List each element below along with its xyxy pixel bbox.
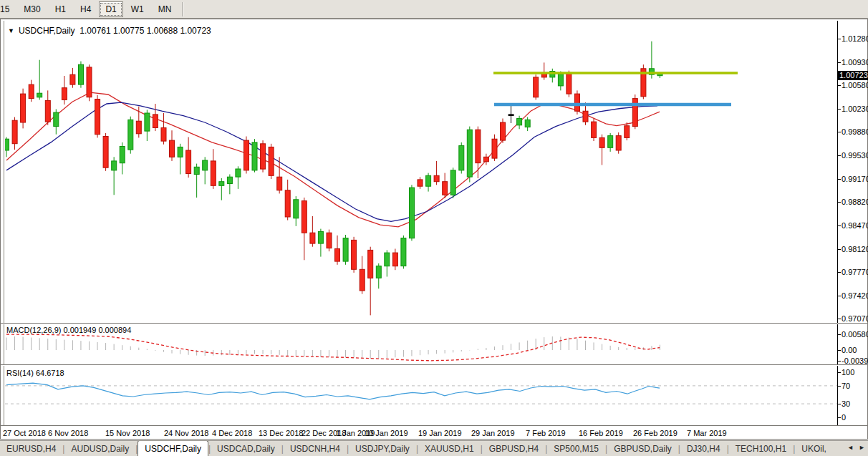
candle-body[interactable] [136, 121, 141, 134]
candle-body[interactable] [625, 126, 630, 138]
candle-body[interactable] [170, 140, 175, 157]
candle-body[interactable] [294, 200, 299, 218]
candle-body[interactable] [21, 94, 26, 122]
candle-body[interactable] [418, 180, 423, 186]
candle-body[interactable] [376, 266, 381, 278]
candle-body[interactable] [161, 128, 166, 142]
timeframe-button-15[interactable]: 15 [0, 1, 16, 17]
candle-body[interactable] [599, 137, 604, 147]
candle-body[interactable] [575, 94, 580, 111]
candle-body[interactable] [525, 120, 530, 127]
candle-body[interactable] [153, 115, 158, 128]
tab-gbpusd-h4[interactable]: GBPUSD,H4 [483, 442, 545, 456]
candle-body[interactable] [261, 144, 266, 169]
candle-body[interactable] [95, 100, 100, 135]
tab-gbpusd-daily[interactable]: GBPUSD,Daily [607, 442, 678, 456]
candle-body[interactable] [178, 147, 183, 157]
tab-dj30-h4[interactable]: DJ30,H4 [680, 442, 727, 456]
candle-body[interactable] [583, 111, 588, 122]
tab-usdchf-daily[interactable]: USDCHF,Daily [138, 440, 208, 456]
candle-body[interactable] [70, 74, 75, 84]
candle-body[interactable] [5, 139, 9, 150]
tab-sp500-m15[interactable]: SP500,M15 [547, 442, 605, 456]
candle-body[interactable] [476, 130, 481, 162]
candle-body[interactable] [277, 177, 282, 190]
candle-body[interactable] [269, 147, 274, 175]
candle-body[interactable] [310, 233, 315, 243]
timeframe-button-mn[interactable]: MN [152, 1, 178, 17]
candle-body[interactable] [410, 188, 415, 238]
tab-usdcnh-h4[interactable]: USDCNH,H4 [284, 442, 347, 456]
candle-body[interactable] [120, 147, 125, 163]
candle-body[interactable] [318, 231, 323, 243]
tab-usdcad-daily[interactable]: USDCAD,Daily [211, 442, 281, 456]
candle-body[interactable] [534, 77, 539, 97]
candle-body[interactable] [54, 112, 59, 127]
candle-body[interactable] [37, 93, 42, 97]
candle-body[interactable] [508, 115, 513, 116]
candle-body[interactable] [608, 136, 613, 148]
price-chart-pane[interactable] [5, 21, 838, 323]
tab-xauusd-h1[interactable]: XAUUSD,H1 [418, 442, 481, 456]
candle-body[interactable] [87, 67, 92, 97]
candle-body[interactable] [459, 146, 464, 170]
candle-body[interactable] [194, 167, 199, 174]
candle-body[interactable] [558, 74, 563, 86]
candle-body[interactable] [219, 182, 224, 186]
candle-body[interactable] [45, 100, 50, 122]
timeframe-button-d1[interactable]: D1 [99, 1, 122, 17]
candle-body[interactable] [592, 122, 597, 137]
candle-body[interactable] [352, 240, 357, 269]
candle-body[interactable] [211, 161, 216, 185]
candle-body[interactable] [385, 253, 390, 266]
candle-body[interactable] [252, 142, 257, 170]
candle-body[interactable] [483, 157, 488, 162]
tab-audusd-daily[interactable]: AUDUSD,Daily [64, 442, 135, 456]
candle-body[interactable] [236, 169, 241, 177]
candle-body[interactable] [426, 175, 431, 186]
candle-body[interactable] [566, 74, 572, 94]
candle-body[interactable] [327, 233, 332, 248]
candle-body[interactable] [103, 137, 108, 168]
candle-body[interactable] [112, 161, 117, 170]
candle-body[interactable] [401, 238, 406, 266]
candle-body[interactable] [616, 136, 621, 150]
candle-body[interactable] [450, 170, 455, 195]
timeframe-button-m30[interactable]: M30 [17, 1, 47, 17]
candle-body[interactable] [244, 140, 249, 170]
candle-body[interactable] [29, 84, 34, 99]
candle-body[interactable] [443, 182, 448, 195]
candle-body[interactable] [203, 160, 208, 170]
candle-body[interactable] [392, 253, 397, 266]
tab-tech100-h1[interactable]: TECH100,H1 [729, 442, 793, 456]
chart-window[interactable]: ▼USDCHF,Daily 1.00761 1.00775 1.00688 1.… [0, 19, 868, 440]
tab-scroll-right-icon[interactable]: ► [857, 444, 867, 451]
tab-eurusd-h4[interactable]: EURUSD,H4 [0, 442, 62, 456]
candle-body[interactable] [285, 190, 290, 217]
candle-body[interactable] [360, 269, 365, 291]
candle-body[interactable] [501, 122, 506, 140]
candle-body[interactable] [186, 150, 191, 174]
candle-body[interactable] [368, 250, 373, 278]
candle-body[interactable] [302, 201, 307, 233]
candle-body[interactable] [632, 99, 637, 127]
rsi-pane-separator[interactable] [1, 364, 867, 365]
candle-body[interactable] [79, 64, 84, 84]
candle-body[interactable] [62, 88, 67, 100]
timeframe-button-h4[interactable]: H4 [74, 1, 97, 17]
tab-usdjpy-daily[interactable]: USDJPY,Daily [349, 442, 416, 456]
candle-body[interactable] [145, 113, 150, 131]
chart-dropdown-icon[interactable]: ▼ [8, 27, 14, 34]
timeframe-button-h1[interactable]: H1 [49, 1, 72, 17]
candle-body[interactable] [128, 120, 133, 150]
macd-pane-separator[interactable] [1, 323, 867, 324]
candle-body[interactable] [227, 177, 232, 183]
timeframe-button-w1[interactable]: W1 [125, 1, 150, 17]
candle-body[interactable] [343, 238, 348, 262]
candle-body[interactable] [335, 249, 340, 262]
candle-body[interactable] [12, 120, 17, 144]
tab-scroll-left-icon[interactable]: ◄ [846, 444, 855, 451]
candle-body[interactable] [434, 175, 439, 181]
candle-body[interactable] [517, 119, 522, 125]
candle-body[interactable] [467, 130, 472, 177]
